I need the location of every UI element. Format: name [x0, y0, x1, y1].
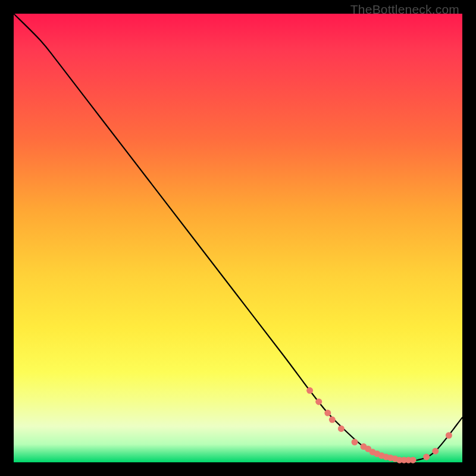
plot-area: [14, 14, 462, 462]
highlight-dot: [446, 432, 452, 439]
curve-svg: [14, 14, 462, 462]
highlight-dot: [329, 416, 336, 423]
highlight-dot: [432, 448, 439, 455]
bottleneck-curve: [14, 14, 462, 461]
highlight-dot: [338, 425, 345, 432]
highlight-dot: [410, 457, 416, 464]
watermark-text: TheBottleneck.com: [350, 2, 459, 17]
highlight-dot: [315, 399, 322, 405]
chart-frame: TheBottleneck.com: [0, 0, 476, 476]
highlight-dot: [352, 439, 358, 446]
highlight-dot: [306, 387, 313, 394]
highlight-dots: [306, 387, 452, 464]
highlight-dot: [324, 410, 331, 416]
highlight-dot: [423, 453, 430, 460]
